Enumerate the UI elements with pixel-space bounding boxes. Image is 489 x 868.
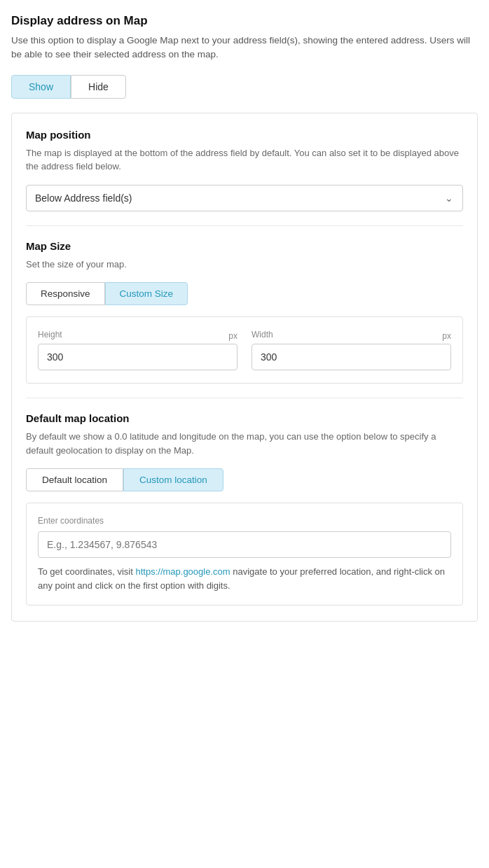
map-position-description: The map is displayed at the bottom of th…: [26, 146, 463, 174]
custom-size-button[interactable]: Custom Size: [105, 282, 188, 305]
map-size-description: Set the size of your map.: [26, 258, 463, 272]
hint-prefix: To get coordinates, visit: [38, 566, 135, 577]
width-input[interactable]: [252, 344, 451, 370]
coordinates-hint: To get coordinates, visit https://map.go…: [38, 565, 451, 592]
width-label-row: Width px: [252, 330, 451, 344]
coordinates-input[interactable]: [38, 531, 451, 558]
google-maps-link[interactable]: https://map.google.com: [135, 566, 230, 577]
coordinates-label: Enter coordinates: [38, 516, 451, 526]
width-px-label: px: [442, 331, 451, 342]
responsive-button[interactable]: Responsive: [26, 282, 105, 305]
height-field: Height px: [38, 330, 237, 370]
visibility-toggle-group: Show Hide: [11, 75, 478, 99]
page-description: Use this option to display a Google Map …: [11, 34, 478, 62]
default-location-button[interactable]: Default location: [26, 468, 123, 491]
map-position-select-wrapper: Below Address field(s) Above Address fie…: [26, 185, 463, 211]
custom-location-button[interactable]: Custom location: [123, 468, 223, 491]
map-position-title: Map position: [26, 129, 463, 141]
location-toggle-group: Default location Custom location: [26, 468, 463, 491]
coordinates-box: Enter coordinates To get coordinates, vi…: [26, 503, 463, 606]
map-size-toggle-group: Responsive Custom Size: [26, 282, 463, 305]
show-button[interactable]: Show: [11, 75, 71, 99]
hide-button[interactable]: Hide: [71, 75, 126, 99]
map-location-title: Default map location: [26, 412, 463, 424]
map-location-description: By default we show a 0.0 latitude and lo…: [26, 430, 463, 457]
height-label-row: Height px: [38, 330, 237, 344]
section-divider-2: [26, 398, 463, 398]
dimensions-box: Height px Width px: [26, 316, 463, 384]
map-size-title: Map Size: [26, 240, 463, 252]
map-position-section: Map position The map is displayed at the…: [11, 113, 478, 622]
width-field: Width px: [252, 330, 451, 370]
height-input[interactable]: [38, 344, 237, 370]
section-divider: [26, 225, 463, 226]
page-title: Display address on Map: [11, 14, 478, 28]
map-position-select[interactable]: Below Address field(s) Above Address fie…: [26, 185, 463, 211]
height-label: Height: [38, 330, 62, 340]
width-label: Width: [252, 330, 273, 340]
height-px-label: px: [228, 331, 237, 342]
